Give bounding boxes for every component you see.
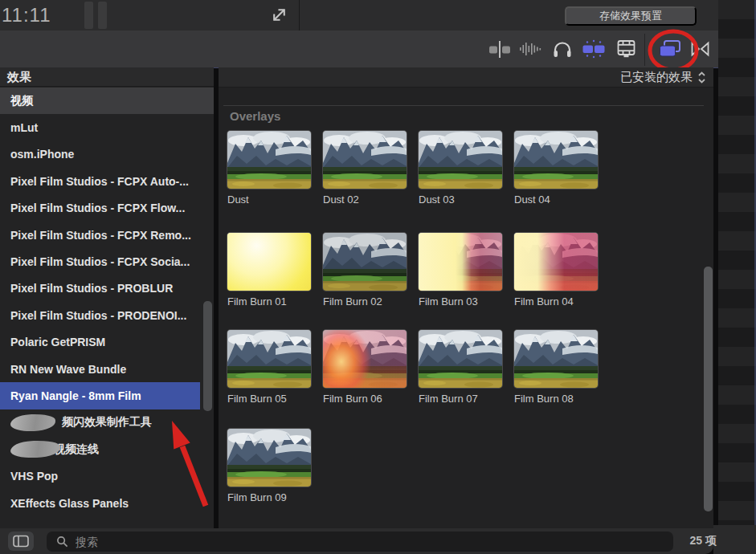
sidebar-item[interactable]: Pixel Film Studios - FCPX Socia... xyxy=(0,248,200,275)
save-effect-preset-button[interactable]: 存储效果预置 xyxy=(565,6,697,26)
effect-overlay xyxy=(227,330,311,388)
section-divider xyxy=(223,105,704,106)
effect-label: Film Burn 06 xyxy=(323,393,407,405)
sidebar-item[interactable]: Pixel Film Studios - FCPX Remo... xyxy=(0,222,200,248)
effect-label: Film Burn 05 xyxy=(227,393,311,405)
sidebar-item[interactable]: VHS Pop xyxy=(0,462,200,489)
sidebar-toggle-button[interactable] xyxy=(8,532,34,551)
effect-overlay xyxy=(419,131,502,189)
timeline-background-stripes xyxy=(718,0,756,554)
sidebar-item-label: osm.iPhone xyxy=(10,148,74,161)
effect-thumbnail[interactable] xyxy=(514,233,598,291)
timecode-display: 11:11 xyxy=(2,4,51,26)
effect-thumbnail-cell[interactable]: Dust 03 xyxy=(419,131,502,206)
effect-label: Dust 03 xyxy=(419,193,502,206)
grid-scrollbar[interactable] xyxy=(704,267,713,511)
search-input[interactable] xyxy=(74,535,559,549)
sidebar-item-label: Ryan Nangle - 8mm Film xyxy=(10,389,141,402)
sidebar-item[interactable]: Pixel Film Studios - PROBLUR xyxy=(0,275,200,302)
sidebar-item-label: Pixel Film Studios - PRODENOI... xyxy=(10,309,186,322)
effect-thumbnail[interactable] xyxy=(514,330,598,388)
search-field[interactable] xyxy=(47,532,673,552)
effect-overlay xyxy=(227,131,311,189)
sidebar-item[interactable]: mLut xyxy=(0,114,200,141)
sidebar-item-label: 视频连线 xyxy=(54,442,99,457)
effects-grid-panel: 已安装的效果 Overlays xyxy=(219,67,713,528)
effect-thumbnail-cell[interactable]: Dust 02 xyxy=(323,131,407,206)
effects-sparkle-icon[interactable] xyxy=(578,31,609,67)
effect-thumbnail[interactable] xyxy=(227,233,311,291)
effect-thumbnail[interactable] xyxy=(419,330,502,388)
effect-thumbnail-cell[interactable]: Dust 04 xyxy=(514,131,598,206)
sidebar-item-label: Pixel Film Studios - FCPX Socia... xyxy=(10,255,190,268)
effect-overlay xyxy=(227,429,311,487)
sidebar-item[interactable]: 视频连线 xyxy=(0,436,200,462)
effect-thumbnail[interactable] xyxy=(323,131,407,189)
sidebar-item[interactable]: RN New Wave Bundle xyxy=(0,356,200,382)
effect-thumbnail-cell[interactable]: Film Burn 04 xyxy=(514,233,598,308)
sidebar-list: 视频 mLut osm.iPhone Pixel Film Studios - … xyxy=(0,88,214,516)
sidebar-item[interactable]: Pixel Film Studios - PRODENOI... xyxy=(0,302,200,328)
audio-waveform-icon[interactable] xyxy=(517,31,543,67)
effect-thumbnail[interactable] xyxy=(323,330,407,388)
chevron-up-down-icon[interactable] xyxy=(697,71,707,88)
sidebar-item[interactable]: Polaric GetPRISM xyxy=(0,329,200,356)
effect-thumbnail-cell[interactable]: Film Burn 08 xyxy=(514,330,598,405)
effect-thumbnail-cell[interactable]: Film Burn 09 xyxy=(227,429,311,503)
effect-label: Film Burn 03 xyxy=(419,295,502,308)
effect-thumbnail[interactable] xyxy=(227,131,311,189)
blurred-region xyxy=(98,2,107,29)
sidebar-item-label: XEffects Glass Panels xyxy=(10,497,129,510)
effect-overlay xyxy=(323,233,407,291)
effect-thumbnail-cell[interactable]: Film Burn 01 xyxy=(227,233,311,308)
skimming-icon[interactable] xyxy=(485,31,514,67)
effect-overlay xyxy=(514,233,598,291)
sidebar-item-label: 频闪效果制作工具 xyxy=(62,415,152,430)
sidebar-item[interactable]: Ryan Nangle - 8mm Film xyxy=(0,382,200,409)
sidebar-item[interactable]: Pixel Film Studios - FCPX Auto-... xyxy=(0,168,200,194)
censor-blob xyxy=(10,413,56,432)
headphones-icon[interactable] xyxy=(550,31,575,67)
effect-overlay xyxy=(514,131,598,189)
section-title: Overlays xyxy=(230,109,280,123)
effect-overlay xyxy=(227,233,311,291)
sidebar-item-label: Polaric GetPRISM xyxy=(10,336,105,348)
effect-thumbnail-cell[interactable]: Film Burn 02 xyxy=(323,233,407,308)
effect-thumbnail[interactable] xyxy=(514,131,598,189)
sidebar-item[interactable]: 频闪效果制作工具 xyxy=(0,409,200,436)
effect-thumbnail-cell[interactable]: Film Burn 06 xyxy=(323,330,407,405)
item-count: 25 项 xyxy=(690,534,717,548)
effects-browser-icon[interactable] xyxy=(655,31,685,67)
sidebar-item-label: mLut xyxy=(10,121,38,134)
sidebar-item[interactable]: osm.iPhone xyxy=(0,141,200,168)
effect-thumbnail[interactable] xyxy=(419,233,502,291)
sidebar-item[interactable]: XEffects Glass Panels xyxy=(0,490,200,516)
effect-thumbnail[interactable] xyxy=(227,330,311,388)
effect-thumbnail[interactable] xyxy=(323,233,407,291)
effect-thumbnail-cell[interactable]: Film Burn 03 xyxy=(419,233,502,308)
effect-label: Film Burn 01 xyxy=(227,295,311,308)
effect-thumbnail-cell[interactable]: Film Burn 05 xyxy=(227,330,311,405)
fcpx-effects-browser-window: 11:11 存储效果预置 xyxy=(0,0,756,554)
effect-overlay xyxy=(323,131,407,189)
sidebar-title: 效果 xyxy=(0,67,214,87)
transitions-browser-icon[interactable] xyxy=(686,31,713,67)
media-browser-film-icon[interactable] xyxy=(612,31,640,67)
sidebar-item[interactable]: 视频 xyxy=(0,88,214,114)
effect-thumbnail-cell[interactable]: Dust xyxy=(227,131,311,206)
expand-fullscreen-icon[interactable] xyxy=(270,6,288,27)
effect-label: Dust xyxy=(227,193,311,206)
effect-thumbnail[interactable] xyxy=(419,131,502,189)
sidebar-item-label: Pixel Film Studios - FCPX Flow... xyxy=(10,202,185,214)
effect-thumbnail-cell[interactable]: Film Burn 07 xyxy=(419,330,502,405)
effect-label: Film Burn 07 xyxy=(419,393,502,405)
installed-effects-dropdown[interactable]: 已安装的效果 xyxy=(620,67,693,87)
effect-label: Film Burn 09 xyxy=(227,491,311,503)
effect-thumbnail[interactable] xyxy=(227,429,311,487)
effect-overlay xyxy=(419,330,502,388)
sidebar-scrollbar[interactable] xyxy=(203,301,212,411)
timeline-bottom-corner xyxy=(713,525,756,554)
sidebar-item[interactable]: Pixel Film Studios - FCPX Flow... xyxy=(0,195,200,222)
effect-overlay xyxy=(323,330,407,388)
effect-label: Film Burn 02 xyxy=(323,295,407,308)
